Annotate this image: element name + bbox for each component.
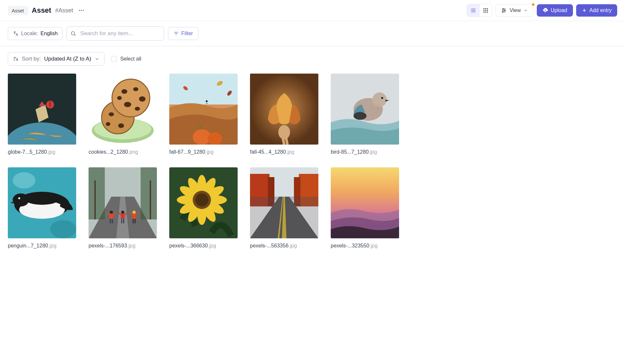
svg-rect-83 — [89, 167, 105, 219]
svg-rect-6 — [484, 8, 485, 9]
list-icon — [470, 7, 476, 13]
asset-card[interactable]: pexels-...176593.jpg — [89, 167, 157, 249]
plus-icon — [582, 8, 587, 13]
svg-rect-10 — [485, 10, 486, 11]
svg-line-24 — [74, 35, 75, 35]
svg-point-0 — [79, 10, 80, 11]
asset-filename: pexels-...323550.jpg — [331, 243, 399, 249]
svg-rect-9 — [484, 10, 485, 11]
svg-rect-12 — [484, 12, 485, 13]
asset-thumbnail — [169, 74, 238, 145]
svg-rect-88 — [109, 214, 113, 219]
svg-point-67 — [372, 92, 387, 107]
page-hash: #Asset — [55, 7, 73, 14]
select-all-checkbox[interactable]: Select all — [111, 56, 141, 62]
asset-thumbnail — [331, 167, 399, 238]
asset-thumbnail — [89, 74, 157, 145]
sort-bar: Sort by: Updated At (Z to A) Select all — [0, 46, 625, 68]
upload-label: Upload — [551, 7, 567, 13]
asset-filename: pexels-...366630.jpg — [169, 243, 238, 249]
search-wrap — [66, 26, 164, 41]
list-view-button[interactable] — [467, 4, 479, 17]
asset-filename: penguin...7_1280.jpg — [8, 243, 76, 249]
asset-card[interactable]: fall-67...9_1280.jpg — [169, 74, 238, 155]
locale-button[interactable]: Locale: English — [8, 27, 62, 40]
chevron-down-icon — [94, 56, 100, 62]
filter-icon — [174, 31, 179, 36]
svg-point-70 — [354, 112, 367, 120]
search-input[interactable] — [66, 26, 164, 41]
header: Asset Asset #Asset View Upload Add — [0, 0, 625, 21]
asset-card[interactable]: cookies...2_1280.png — [89, 74, 157, 155]
view-button[interactable]: View — [495, 4, 533, 17]
asset-card[interactable]: pexels-...366630.jpg — [169, 167, 238, 249]
asset-card[interactable]: pexels-...323550.jpg — [331, 167, 399, 249]
sliders-icon — [501, 7, 507, 13]
asset-card[interactable]: globe-7...5_1280.jpg — [8, 74, 76, 155]
asset-card[interactable]: bird-85...7_1280.jpg — [331, 74, 399, 155]
filter-bar: Locale: English Filter — [0, 21, 625, 46]
asset-filename: bird-85...7_1280.jpg — [331, 149, 399, 155]
svg-point-16 — [503, 8, 504, 9]
header-right: View Upload Add entry — [467, 4, 617, 17]
more-icon[interactable] — [77, 6, 86, 15]
asset-filename: fall-45...4_1280.jpg — [250, 149, 318, 155]
svg-rect-100 — [132, 214, 136, 219]
svg-point-99 — [132, 211, 136, 214]
svg-point-119 — [195, 193, 208, 206]
cloud-upload-icon — [542, 7, 548, 13]
asset-thumbnail — [250, 74, 318, 145]
notification-dot — [532, 3, 535, 6]
asset-card[interactable]: penguin...7_1280.jpg — [8, 167, 76, 249]
svg-point-48 — [117, 96, 122, 100]
svg-point-46 — [139, 96, 146, 102]
svg-point-64 — [278, 125, 290, 139]
asset-filename: cookies...2_1280.png — [89, 149, 157, 155]
svg-point-72 — [13, 172, 35, 189]
svg-rect-129 — [250, 197, 318, 238]
view-toggle-group — [467, 4, 492, 17]
breadcrumb-tag[interactable]: Asset — [8, 6, 28, 15]
svg-point-93 — [121, 211, 124, 214]
filter-label: Filter — [181, 31, 193, 36]
filter-button[interactable]: Filter — [168, 27, 199, 40]
asset-card[interactable]: fall-45...4_1280.jpg — [250, 74, 318, 155]
chevron-down-icon — [523, 8, 528, 13]
svg-rect-7 — [485, 8, 486, 9]
asset-thumbnail — [250, 167, 318, 238]
svg-point-18 — [504, 10, 505, 11]
svg-point-87 — [110, 211, 113, 214]
asset-filename: fall-67...9_1280.jpg — [169, 149, 238, 155]
asset-thumbnail — [89, 167, 157, 238]
grid-view-button[interactable] — [479, 4, 492, 17]
svg-point-47 — [124, 102, 131, 107]
svg-rect-14 — [487, 12, 488, 13]
select-all-label: Select all — [120, 56, 141, 62]
upload-button[interactable]: Upload — [537, 4, 573, 17]
svg-point-79 — [26, 195, 58, 205]
add-entry-label: Add entry — [590, 7, 612, 13]
sort-label: Sort by: — [22, 56, 41, 62]
header-left: Asset Asset #Asset — [8, 6, 86, 15]
svg-point-52 — [118, 123, 124, 128]
sort-value: Updated At (Z to A) — [44, 56, 91, 62]
asset-filename: pexels-...176593.jpg — [89, 243, 157, 249]
svg-point-60 — [206, 100, 208, 102]
asset-thumbnail — [331, 74, 399, 145]
svg-rect-13 — [485, 12, 486, 13]
asset-thumbnail — [8, 167, 76, 238]
svg-rect-84 — [141, 167, 157, 219]
sort-button[interactable]: Sort by: Updated At (Z to A) — [8, 52, 104, 66]
asset-filename: globe-7...5_1280.jpg — [8, 149, 76, 155]
svg-point-45 — [133, 87, 138, 91]
svg-point-77 — [18, 197, 20, 199]
grid-icon — [483, 7, 489, 13]
svg-point-68 — [381, 97, 383, 99]
asset-thumbnail — [169, 167, 238, 238]
add-entry-button[interactable]: Add entry — [576, 4, 617, 17]
asset-thumbnail — [8, 74, 76, 145]
sort-icon — [13, 56, 19, 62]
locale-label: Locale: — [21, 31, 38, 36]
asset-card[interactable]: pexels-...563356.jpg — [250, 167, 318, 249]
search-icon — [70, 31, 76, 36]
